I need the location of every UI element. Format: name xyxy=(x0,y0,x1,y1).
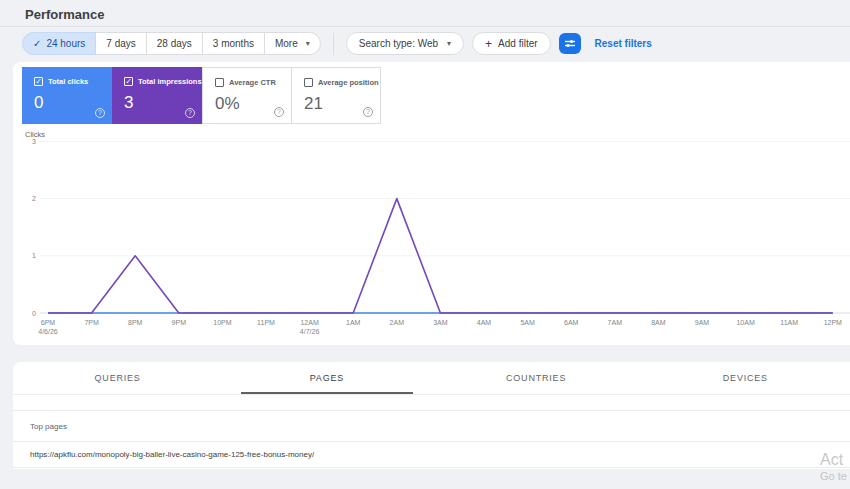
x-tick-label: 8AM xyxy=(651,319,666,326)
metric-label: Average position xyxy=(318,78,379,87)
search-console-performance-page: Performance ✓24 hours7 days28 days3 mont… xyxy=(0,0,850,489)
date-range-group: ✓24 hours7 days28 days3 monthsMore▾ xyxy=(22,32,321,55)
x-tick-label: 9PM xyxy=(172,319,187,326)
date-range-label: 3 months xyxy=(213,38,254,49)
date-range-chip-3-months[interactable]: 3 months xyxy=(202,32,265,55)
dimension-tabs: QUERIESPAGESCOUNTRIESDEVICES xyxy=(13,362,850,395)
card-header: ✓Total clicks xyxy=(34,77,112,86)
help-icon[interactable]: ? xyxy=(95,108,105,118)
x-tick-label: 9AM xyxy=(695,319,710,326)
metric-label: Total clicks xyxy=(48,77,88,86)
y-tick-label: 0 xyxy=(32,310,36,317)
x-tick-label: 10PM xyxy=(213,319,231,326)
x-tick-label: 6PM xyxy=(41,319,56,326)
x-tick-date-label: 4/7/26 xyxy=(300,328,320,335)
card-header: ✓Total impressions xyxy=(124,77,202,86)
metric-label: Total impressions xyxy=(138,77,202,86)
checkbox-checked-icon[interactable]: ✓ xyxy=(34,77,43,86)
metric-card-average-position[interactable]: Average position21? xyxy=(291,67,381,124)
x-tick-label: 7PM xyxy=(84,319,99,326)
card-header: Average position xyxy=(304,78,380,87)
date-range-chip-7-days[interactable]: 7 days xyxy=(95,32,146,55)
clicks-impressions-chart: Clicks01236PM4/6/267PM8PM9PM10PM11PM12AM… xyxy=(13,128,850,345)
tab-countries[interactable]: COUNTRIES xyxy=(432,362,641,394)
toolbar-divider xyxy=(333,33,334,55)
table-toolbar-row xyxy=(13,395,850,411)
chevron-down-icon: ▾ xyxy=(306,39,310,48)
y-tick-label: 3 xyxy=(32,138,36,145)
x-tick-label: 10AM xyxy=(736,319,754,326)
page-title: Performance xyxy=(25,7,104,22)
x-tick-label: 11PM xyxy=(257,319,275,326)
filter-toolbar: ✓24 hours7 days28 days3 monthsMore▾ Sear… xyxy=(22,32,652,55)
tab-queries[interactable]: QUERIES xyxy=(13,362,222,394)
date-range-chip-28-days[interactable]: 28 days xyxy=(146,32,203,55)
search-type-label: Search type: Web xyxy=(359,38,438,49)
y-tick-label: 2 xyxy=(32,195,36,202)
x-tick-label: 11AM xyxy=(780,319,798,326)
x-tick-label: 7AM xyxy=(608,319,623,326)
compare-filter-button[interactable] xyxy=(559,33,581,54)
table-row[interactable]: https://apkflu.com/monopoly-big-baller-l… xyxy=(13,442,850,468)
metric-card-total-clicks[interactable]: ✓Total clicks0? xyxy=(22,67,112,124)
metric-label: Average CTR xyxy=(229,78,276,87)
add-filter-label: Add filter xyxy=(498,38,537,49)
date-range-label: 24 hours xyxy=(46,38,85,49)
plus-icon: + xyxy=(485,37,492,51)
help-icon[interactable]: ? xyxy=(274,107,284,117)
dimensions-panel: QUERIESPAGESCOUNTRIESDEVICES Top pages h… xyxy=(13,362,850,469)
date-range-chip-more[interactable]: More▾ xyxy=(264,32,321,55)
checkbox-unchecked-icon[interactable] xyxy=(304,78,313,87)
metric-cards-row: ✓Total clicks0?✓Total impressions3?Avera… xyxy=(22,67,850,124)
page-header: Performance xyxy=(0,0,850,27)
tab-pages[interactable]: PAGES xyxy=(222,362,431,394)
x-tick-label: 4AM xyxy=(477,319,492,326)
date-range-chip-24-hours[interactable]: ✓24 hours xyxy=(22,32,96,55)
chevron-down-icon: ▾ xyxy=(447,39,451,48)
x-tick-date-label: 4/6/26 xyxy=(38,328,58,335)
x-tick-label: 5AM xyxy=(520,319,535,326)
tab-devices[interactable]: DEVICES xyxy=(641,362,850,394)
metric-card-total-impressions[interactable]: ✓Total impressions3? xyxy=(112,67,202,124)
tune-icon xyxy=(564,38,576,49)
watermark-line2: Go te xyxy=(820,470,850,482)
date-range-label: More xyxy=(275,38,298,49)
table-column-header: Top pages xyxy=(13,411,850,442)
metrics-chart-panel: ✓Total clicks0?✓Total impressions3?Avera… xyxy=(13,62,850,345)
reset-filters-link[interactable]: Reset filters xyxy=(595,38,652,49)
search-type-selector[interactable]: Search type: Web ▾ xyxy=(346,32,464,55)
x-tick-label: 3AM xyxy=(433,319,448,326)
table-body: https://apkflu.com/monopoly-big-baller-l… xyxy=(13,442,850,468)
check-icon: ✓ xyxy=(33,38,41,49)
date-range-label: 7 days xyxy=(106,38,135,49)
y-tick-label: 1 xyxy=(32,252,36,259)
metric-card-average-ctr[interactable]: Average CTR0%? xyxy=(202,67,292,124)
x-tick-label: 1AM xyxy=(346,319,361,326)
checkbox-unchecked-icon[interactable] xyxy=(215,78,224,87)
x-tick-label: 2AM xyxy=(390,319,405,326)
card-header: Average CTR xyxy=(215,78,291,87)
x-tick-label: 6AM xyxy=(564,319,579,326)
help-icon[interactable]: ? xyxy=(363,107,373,117)
x-tick-label: 12PM xyxy=(824,319,842,326)
x-tick-label: 12AM xyxy=(300,319,318,326)
checkbox-checked-icon[interactable]: ✓ xyxy=(124,77,133,86)
date-range-label: 28 days xyxy=(157,38,192,49)
help-icon[interactable]: ? xyxy=(185,108,195,118)
x-tick-label: 8PM xyxy=(128,319,143,326)
add-filter-button[interactable]: + Add filter xyxy=(472,32,550,55)
